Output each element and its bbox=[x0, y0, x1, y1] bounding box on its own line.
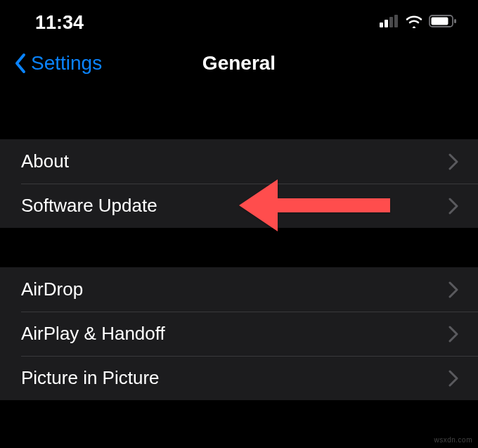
list-group-system: About Software Update bbox=[0, 139, 478, 228]
row-airplay-handoff[interactable]: AirPlay & Handoff bbox=[0, 312, 478, 356]
row-label: AirDrop bbox=[21, 279, 83, 300]
battery-icon bbox=[429, 14, 457, 31]
chevron-right-icon bbox=[448, 281, 458, 298]
svg-rect-1 bbox=[385, 20, 388, 27]
section-spacer bbox=[0, 84, 478, 139]
row-label: AirPlay & Handoff bbox=[21, 323, 165, 345]
svg-rect-6 bbox=[454, 19, 456, 23]
row-airdrop[interactable]: AirDrop bbox=[0, 267, 478, 312]
back-button[interactable]: Settings bbox=[14, 52, 102, 75]
row-label: Software Update bbox=[21, 195, 157, 217]
cellular-icon bbox=[380, 15, 399, 30]
svg-rect-3 bbox=[394, 15, 398, 27]
row-software-update[interactable]: Software Update bbox=[0, 184, 478, 228]
row-label: About bbox=[21, 151, 69, 172]
chevron-right-icon bbox=[448, 326, 458, 343]
svg-rect-5 bbox=[432, 18, 448, 25]
page-title: General bbox=[202, 52, 276, 75]
status-icons bbox=[380, 14, 457, 31]
chevron-right-icon bbox=[448, 198, 458, 215]
svg-rect-2 bbox=[389, 17, 393, 27]
chevron-left-icon bbox=[14, 52, 28, 75]
section-spacer bbox=[0, 228, 478, 267]
status-time: 11:34 bbox=[35, 12, 84, 34]
nav-bar: Settings General bbox=[0, 42, 478, 84]
wifi-icon bbox=[405, 14, 423, 31]
back-label: Settings bbox=[31, 52, 102, 75]
row-picture-in-picture[interactable]: Picture in Picture bbox=[0, 356, 478, 400]
row-label: Picture in Picture bbox=[21, 367, 160, 389]
row-about[interactable]: About bbox=[0, 139, 478, 184]
status-bar: 11:34 bbox=[0, 0, 478, 42]
chevron-right-icon bbox=[448, 153, 458, 170]
chevron-right-icon bbox=[448, 370, 458, 387]
list-group-features: AirDrop AirPlay & Handoff Picture in Pic… bbox=[0, 267, 478, 400]
watermark: wsxdn.com bbox=[434, 436, 472, 444]
svg-rect-0 bbox=[380, 23, 383, 27]
